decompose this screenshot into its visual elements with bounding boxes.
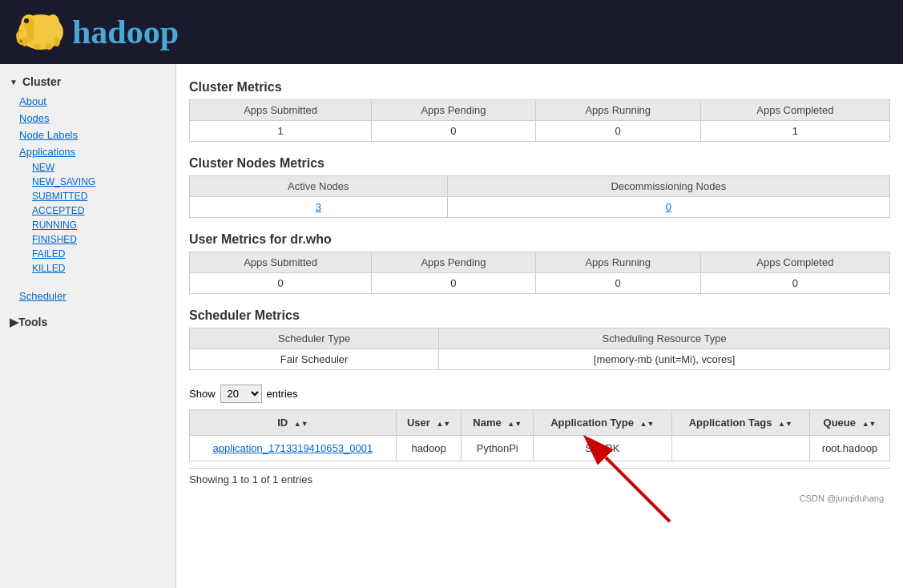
col-app-type: Application Type ▲▼	[534, 410, 671, 436]
logo-text: hadoop	[72, 13, 179, 51]
col-queue: Queue ▲▼	[810, 410, 890, 436]
scheduler-metrics-row: Fair Scheduler [memory-mb (unit=Mi), vco…	[190, 349, 890, 370]
tags-sort-icon[interactable]: ▲▼	[778, 421, 792, 428]
sidebar: ▼ Cluster About Nodes Node Labels Applic…	[0, 64, 176, 588]
hadoop-elephant-icon	[13, 8, 69, 56]
show-label: Show	[189, 388, 216, 400]
logo-area: hadoop	[13, 8, 179, 56]
cluster-nodes-title: Cluster Nodes Metrics	[189, 156, 890, 171]
cluster-metrics-row: 1 0 0 1	[190, 121, 890, 142]
col-app-tags: Application Tags ▲▼	[671, 410, 809, 436]
apps-controls: Show 10 20 25 50 100 entries	[189, 385, 890, 403]
svg-point-7	[33, 43, 41, 50]
showing-text: Showing 1 to 1 of 1 entries	[189, 468, 890, 490]
queue-sort-icon[interactable]: ▲▼	[862, 421, 877, 428]
apps-submitted-val: 1	[190, 121, 372, 142]
user-metrics-title: User Metrics for dr.who	[189, 232, 890, 247]
col-decommissioning-nodes: Decommissioning Nodes	[447, 176, 889, 197]
col-scheduler-type: Scheduler Type	[190, 328, 439, 349]
sidebar-sub-accepted[interactable]: ACCEPTED	[0, 203, 175, 218]
user-pending-val: 0	[372, 273, 536, 294]
decom-nodes-val: 0	[447, 197, 889, 218]
sidebar-sub-finished[interactable]: FINISHED	[0, 232, 175, 247]
apps-pending-val: 0	[372, 121, 536, 142]
content-area: Cluster Metrics Apps Submitted Apps Pend…	[176, 64, 903, 588]
type-sort-icon[interactable]: ▲▼	[640, 421, 655, 428]
apps-table-wrap: ID ▲▼ User ▲▼ Name ▲▼	[189, 409, 890, 461]
app-type-0: SPARK	[534, 436, 671, 461]
sidebar-item-node-labels[interactable]: Node Labels	[0, 127, 175, 143]
app-tags-0	[671, 436, 809, 461]
app-name-0: PythonPi	[462, 436, 534, 461]
tools-arrow-icon: ▶	[10, 316, 18, 328]
cluster-metrics-title: Cluster Metrics	[189, 80, 890, 95]
cluster-metrics-table-wrap: Apps Submitted Apps Pending Apps Running…	[189, 99, 890, 150]
user-submitted-val: 0	[190, 273, 372, 294]
col-scheduling-resource: Scheduling Resource Type	[439, 328, 890, 349]
user-metrics-table: Apps Submitted Apps Pending Apps Running…	[189, 252, 890, 294]
main-layout: ▼ Cluster About Nodes Node Labels Applic…	[0, 64, 903, 588]
user-col-submitted: Apps Submitted	[190, 252, 372, 273]
col-user: User ▲▼	[396, 410, 462, 436]
sidebar-item-about[interactable]: About	[0, 93, 175, 110]
entries-select[interactable]: 10 20 25 50 100	[220, 385, 262, 403]
col-apps-running: Apps Running	[535, 100, 700, 121]
user-sort-icon[interactable]: ▲▼	[436, 421, 450, 428]
footer-note: CSDN @junqiduhang	[189, 490, 890, 506]
sidebar-sub-new[interactable]: NEW	[0, 160, 175, 175]
scheduler-metrics-table: Scheduler Type Scheduling Resource Type …	[189, 328, 890, 370]
id-sort-icon[interactable]: ▲▼	[294, 421, 308, 428]
sidebar-sub-failed[interactable]: FAILED	[0, 247, 175, 261]
user-col-completed: Apps Completed	[700, 252, 889, 273]
svg-point-2	[46, 14, 59, 30]
svg-point-6	[22, 37, 28, 46]
svg-point-4	[24, 18, 29, 23]
sidebar-item-scheduler[interactable]: Scheduler	[0, 288, 175, 304]
user-running-val: 0	[535, 273, 700, 294]
sidebar-item-nodes[interactable]: Nodes	[0, 110, 175, 127]
user-metrics-table-wrap: Apps Submitted Apps Pending Apps Running…	[189, 252, 890, 302]
sidebar-sub-new-saving[interactable]: NEW_SAVING	[0, 175, 175, 189]
sidebar-sub-killed[interactable]: KILLED	[0, 261, 175, 276]
sidebar-sub-submitted[interactable]: SUBMITTED	[0, 189, 175, 203]
cluster-arrow-icon: ▼	[10, 78, 18, 87]
cluster-nodes-table: Active Nodes Decommissioning Nodes 3 0	[189, 175, 890, 218]
app-row-0: application_1713319410653_0001 hadoop Py…	[190, 436, 890, 461]
sidebar-sub-running[interactable]: RUNNING	[0, 218, 175, 232]
app-queue-0: root.hadoop	[810, 436, 890, 461]
apps-running-val: 0	[535, 121, 700, 142]
col-apps-submitted: Apps Submitted	[190, 100, 372, 121]
cluster-metrics-table: Apps Submitted Apps Pending Apps Running…	[189, 99, 890, 142]
col-apps-pending: Apps Pending	[372, 100, 536, 121]
app-id-link-0[interactable]: application_1713319410653_0001	[213, 442, 373, 454]
header: hadoop	[0, 0, 903, 64]
svg-point-5	[26, 26, 34, 42]
scheduler-type-val: Fair Scheduler	[190, 349, 439, 370]
scheduler-metrics-table-wrap: Scheduler Type Scheduling Resource Type …	[189, 328, 890, 378]
app-id-0[interactable]: application_1713319410653_0001	[190, 436, 397, 461]
scheduler-metrics-title: Scheduler Metrics	[189, 308, 890, 323]
user-col-pending: Apps Pending	[372, 252, 536, 273]
col-name: Name ▲▼	[462, 410, 534, 436]
user-col-running: Apps Running	[535, 252, 700, 273]
entries-label: entries	[267, 388, 298, 400]
sidebar-tools-label: Tools	[18, 316, 47, 328]
active-nodes-val[interactable]: 3	[190, 197, 448, 218]
cluster-nodes-table-wrap: Active Nodes Decommissioning Nodes 3 0	[189, 175, 890, 226]
col-active-nodes: Active Nodes	[190, 176, 448, 197]
svg-point-9	[54, 37, 60, 46]
col-id: ID ▲▼	[190, 410, 397, 436]
svg-point-8	[45, 43, 53, 50]
scheduling-resource-val: [memory-mb (unit=Mi), vcores]	[439, 349, 890, 370]
apps-annotation-area: ID ▲▼ User ▲▼ Name ▲▼	[189, 409, 890, 490]
user-completed-val: 0	[700, 273, 889, 294]
sidebar-cluster-header[interactable]: ▼ Cluster	[0, 70, 175, 93]
col-apps-completed: Apps Completed	[700, 100, 889, 121]
name-sort-icon[interactable]: ▲▼	[507, 421, 522, 428]
cluster-nodes-row: 3 0	[190, 197, 890, 218]
sidebar-item-applications[interactable]: Applications	[0, 143, 175, 160]
sidebar-cluster-label: Cluster	[22, 75, 61, 88]
sidebar-tools-header[interactable]: ▶ Tools	[0, 311, 175, 333]
user-metrics-row: 0 0 0 0	[190, 273, 890, 294]
apps-table: ID ▲▼ User ▲▼ Name ▲▼	[189, 409, 890, 461]
